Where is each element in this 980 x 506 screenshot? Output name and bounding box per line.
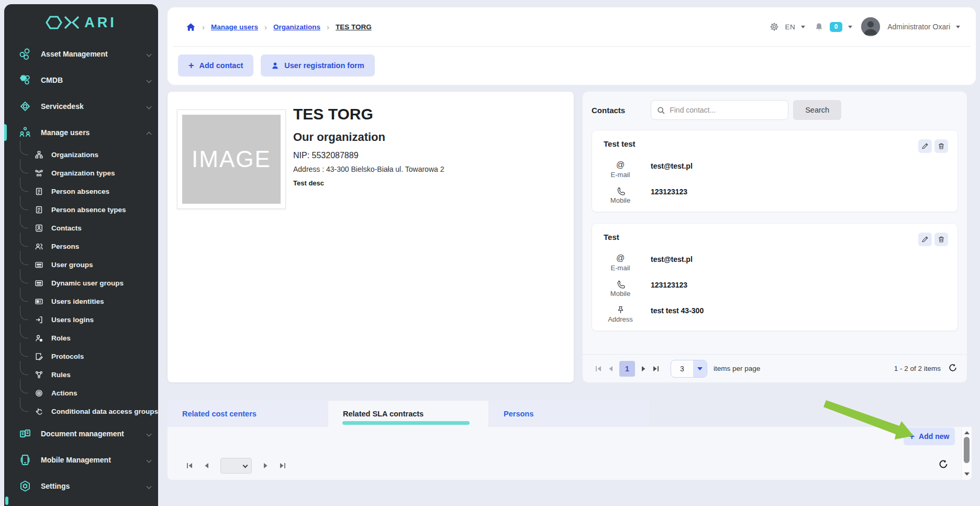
select-dropdown-button[interactable]: [693, 360, 707, 377]
seek-last-icon: [279, 462, 286, 469]
edit-contact-button[interactable]: [918, 139, 932, 153]
persons-icon: [35, 242, 43, 251]
last-page-button[interactable]: [279, 462, 286, 469]
sidebar-item-label: Conditional data access groups: [51, 408, 158, 415]
bell-icon[interactable]: [814, 22, 824, 32]
oxari-logo[interactable]: ARI: [4, 4, 158, 41]
current-page-button[interactable]: 1: [619, 361, 635, 377]
home-icon[interactable]: [186, 22, 196, 32]
contact-card-icon: [35, 224, 43, 233]
notification-badge[interactable]: 0: [830, 22, 842, 32]
first-page-button[interactable]: [592, 362, 605, 376]
items-per-page-label: items per page: [714, 365, 760, 372]
delete-contact-button[interactable]: [934, 233, 948, 246]
scroll-down-arrow[interactable]: [964, 472, 970, 476]
caret-down-icon[interactable]: [956, 26, 960, 28]
contact-address-value: test test 43-300: [651, 306, 704, 315]
page-select[interactable]: [220, 458, 252, 474]
user-name[interactable]: Administrator Oxari: [887, 23, 950, 31]
add-new-label: Add new: [919, 432, 949, 441]
scroll-up-arrow[interactable]: [964, 431, 970, 434]
sidebar-item-cmdb[interactable]: CMDB: [4, 67, 158, 93]
caret-down-icon[interactable]: [801, 26, 805, 28]
page-size-select[interactable]: 3: [671, 360, 707, 378]
sidebar-item-mobile-management[interactable]: Mobile Management: [4, 447, 158, 473]
sidebar-item-label: Dynamic user groups: [51, 279, 124, 287]
last-page-button[interactable]: [650, 362, 662, 376]
breadcrumb-manage-users[interactable]: Manage users: [211, 23, 258, 31]
search-button[interactable]: Search: [793, 100, 841, 120]
organization-description: Test desc: [293, 179, 444, 187]
asset-management-icon: [19, 48, 31, 60]
avatar[interactable]: [861, 17, 880, 36]
scrollbar-thumb[interactable]: [964, 437, 970, 463]
sidebar-item-label: Manage users: [41, 128, 90, 137]
tab-related-sla-contracts[interactable]: Related SLA contracts: [328, 401, 488, 427]
contact-card: Test test @ E-mail test@test.pl Mobile: [592, 130, 958, 212]
pencil-icon: [921, 142, 929, 150]
first-page-button[interactable]: [186, 462, 193, 469]
next-page-button[interactable]: [262, 462, 269, 469]
vertical-scrollbar[interactable]: [961, 427, 972, 480]
phone-icon: [616, 279, 625, 289]
sidebar-item-label: Organizations: [51, 151, 98, 159]
sidebar-item-label: User groups: [51, 261, 93, 269]
sidebar-item-label: Roles: [51, 334, 71, 342]
organization-card: IMAGE TES TORG Our organization NIP: 553…: [168, 92, 574, 382]
next-page-button[interactable]: [637, 362, 650, 376]
tab-related-cost-centers[interactable]: Related cost centers: [168, 401, 328, 427]
caret-down-icon[interactable]: [848, 26, 852, 28]
breadcrumb-current[interactable]: TES TORG: [336, 23, 372, 31]
seek-first-icon: [595, 365, 602, 372]
edit-contact-button[interactable]: [918, 233, 932, 246]
organization-nip: NIP: 5532087889: [293, 151, 444, 160]
sidebar-item-conditional-data-access-groups[interactable]: Conditional data access groups: [4, 402, 158, 421]
sla-pagination: [186, 458, 286, 474]
seek-last-icon: [652, 365, 660, 372]
document-icon: [35, 205, 43, 214]
refresh-button[interactable]: [948, 363, 957, 375]
add-new-button[interactable]: + Add new: [904, 427, 955, 445]
contact-search-input[interactable]: [670, 106, 783, 114]
breadcrumb-organizations[interactable]: Organizations: [273, 23, 320, 31]
previous-page-button[interactable]: [605, 362, 617, 376]
sidebar-item-asset-management[interactable]: Asset Management: [4, 41, 158, 67]
gear-icon[interactable]: [770, 22, 779, 31]
add-contact-button[interactable]: + Add contact: [178, 54, 253, 76]
language-selector[interactable]: EN: [785, 23, 795, 31]
plus-icon: +: [188, 61, 194, 70]
tab-persons[interactable]: Persons: [489, 401, 649, 427]
page-size-value: 3: [671, 360, 693, 377]
refresh-button[interactable]: [938, 459, 949, 471]
previous-page-button[interactable]: [203, 462, 210, 469]
sidebar: ARI Asset Management CMDB Servicedesk Ma…: [4, 4, 158, 506]
person-icon: [271, 62, 279, 70]
organization-address: Address : 43-300 Bielsko-Biała ul. Towar…: [293, 165, 444, 173]
logo-text: ARI: [84, 15, 117, 31]
top-bar: › Manage users › Organizations › TES TOR…: [168, 7, 976, 85]
mobile-label: Mobile: [610, 290, 630, 298]
user-registration-form-button[interactable]: User registration form: [261, 54, 374, 76]
manage-users-submenu: Organizations Organization types Person …: [4, 146, 158, 421]
sidebar-item-label: Person absences: [51, 188, 109, 195]
refresh-icon: [938, 459, 949, 469]
chevron-down-icon: [147, 458, 152, 463]
sidebar-item-label: Actions: [51, 389, 77, 397]
breadcrumb: › Manage users › Organizations › TES TOR…: [186, 22, 372, 32]
oxari-logo-mark: [46, 14, 82, 31]
chevron-down-icon: [147, 104, 152, 109]
mobile-icon: [19, 454, 31, 466]
sidebar-item-settings[interactable]: Settings: [4, 473, 158, 499]
sla-contracts-panel: + Add new: [168, 427, 972, 480]
manage-users-icon: [19, 126, 31, 139]
sidebar-item-document-management[interactable]: Document management: [4, 421, 158, 447]
organization-image-frame[interactable]: IMAGE: [177, 109, 286, 209]
address-label: Address: [608, 315, 633, 323]
delete-contact-button[interactable]: [934, 139, 948, 153]
contacts-panel-title: Contacts: [592, 106, 625, 115]
sidebar-item-servicedesk[interactable]: Servicedesk: [4, 93, 158, 119]
login-icon: [35, 315, 43, 324]
sidebar-scrollbar-thumb[interactable]: [5, 497, 8, 505]
contact-search-box[interactable]: [651, 100, 788, 120]
seek-first-icon: [186, 462, 193, 469]
